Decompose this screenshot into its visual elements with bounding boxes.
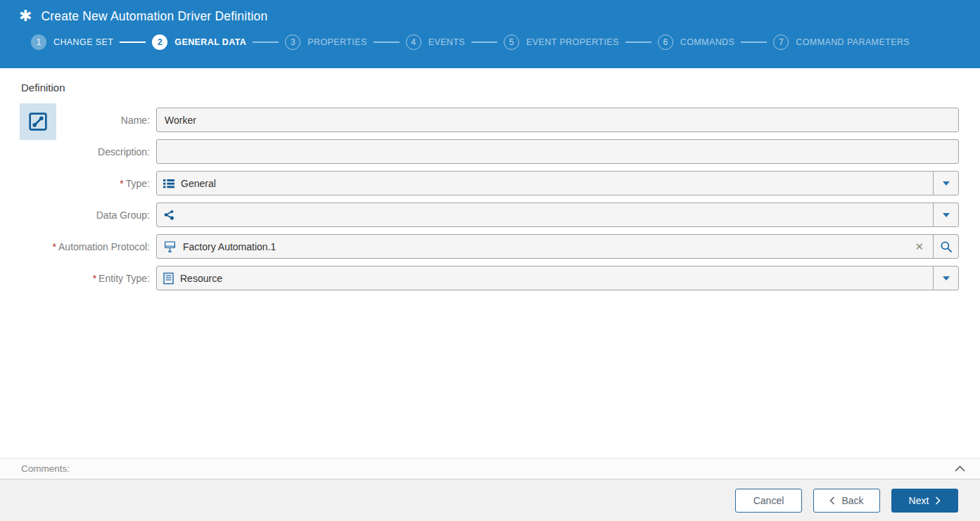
- comments-label: Comments:: [21, 463, 70, 474]
- comments-section: Comments:: [0, 458, 980, 480]
- share-icon: [163, 209, 175, 221]
- step-number: 1: [31, 34, 46, 50]
- chevron-up-icon: [954, 465, 966, 472]
- name-input[interactable]: [157, 108, 958, 131]
- name-label: Name:: [0, 115, 150, 126]
- stepper-step-events[interactable]: 4 EVENTS: [406, 34, 465, 50]
- type-value: General: [181, 178, 216, 189]
- step-number: 4: [406, 34, 421, 50]
- automation-protocol-lookup[interactable]: Factory Automation.1 ✕: [156, 234, 959, 259]
- section-title: Definition: [21, 82, 65, 94]
- cancel-button[interactable]: Cancel: [735, 489, 802, 513]
- stepper-step-change-set[interactable]: 1 CHANGE SET: [31, 34, 113, 50]
- chevron-down-icon: [943, 276, 950, 281]
- title-bar: ✱ Create New Automation Driver Definitio…: [0, 0, 980, 24]
- document-list-icon: [163, 272, 174, 285]
- required-marker: *: [93, 273, 96, 284]
- entity-type-value: Resource: [180, 273, 222, 284]
- chevron-right-icon: [935, 496, 941, 505]
- required-marker: *: [120, 178, 123, 189]
- step-label: EVENTS: [428, 37, 465, 47]
- next-button[interactable]: Next: [891, 489, 958, 513]
- entity-type-field-row: *Entity Type: Resource: [0, 266, 980, 290]
- entity-type-dropdown-button[interactable]: [933, 266, 958, 290]
- description-label: Description:: [0, 146, 150, 157]
- step-number: 7: [773, 34, 789, 50]
- back-button[interactable]: Back: [813, 489, 880, 513]
- search-icon: [940, 240, 953, 253]
- step-label: EVENT PROPERTIES: [526, 37, 619, 47]
- type-dropdown-button[interactable]: [933, 172, 958, 195]
- chevron-down-icon: [943, 213, 950, 217]
- comments-collapse-toggle[interactable]: [954, 465, 966, 472]
- wizard-stepper: 1 CHANGE SET 2 GENERAL DATA 3 PROPERTIES…: [31, 34, 980, 50]
- stepper-step-command-parameters[interactable]: 7 COMMAND PARAMETERS: [773, 34, 910, 50]
- description-input[interactable]: [157, 140, 958, 163]
- step-label: COMMAND PARAMETERS: [796, 37, 910, 47]
- stepper-step-properties[interactable]: 3 PROPERTIES: [285, 34, 367, 50]
- automation-protocol-field-row: *Automation Protocol: Factory Automation…: [0, 234, 980, 259]
- step-number: 2: [152, 34, 167, 50]
- stepper-step-event-properties[interactable]: 5 EVENT PROPERTIES: [504, 34, 619, 50]
- wizard-header: ✱ Create New Automation Driver Definitio…: [0, 0, 980, 68]
- entity-type-dropdown[interactable]: Resource: [156, 266, 959, 290]
- step-number: 5: [504, 34, 519, 50]
- type-dropdown[interactable]: General: [156, 171, 959, 195]
- page-title: Create New Automation Driver Definition: [41, 9, 267, 24]
- clear-icon[interactable]: ✕: [905, 240, 933, 253]
- stepper-step-general-data[interactable]: 2 GENERAL DATA: [152, 34, 246, 50]
- required-marker: *: [53, 241, 56, 252]
- entity-type-label: *Entity Type:: [0, 273, 150, 284]
- data-group-dropdown-button[interactable]: [933, 203, 958, 226]
- step-number: 3: [285, 34, 300, 50]
- description-field-row: Description:: [0, 139, 980, 164]
- automation-protocol-label: *Automation Protocol:: [0, 241, 150, 252]
- stepper-connector: [741, 41, 767, 43]
- name-field-row: Name:: [0, 108, 980, 132]
- step-number: 6: [658, 34, 673, 50]
- data-group-field-row: Data Group:: [0, 202, 980, 227]
- create-new-icon: ✱: [19, 8, 32, 24]
- stepper-connector: [471, 41, 497, 43]
- automation-protocol-search-button[interactable]: [933, 235, 958, 258]
- network-terminal-icon: [163, 240, 177, 253]
- wizard-footer: Cancel Back Next: [0, 480, 980, 521]
- step-label: PROPERTIES: [307, 37, 367, 47]
- step-label: GENERAL DATA: [174, 37, 246, 47]
- chevron-left-icon: [829, 496, 835, 505]
- list-icon: [163, 178, 174, 189]
- stepper-connector: [253, 41, 279, 43]
- automation-protocol-value: Factory Automation.1: [183, 241, 276, 252]
- type-label: *Type:: [0, 178, 150, 189]
- stepper-connector: [120, 41, 146, 43]
- data-group-label: Data Group:: [0, 210, 150, 221]
- step-label: CHANGE SET: [53, 37, 113, 47]
- type-field-row: *Type: General: [0, 171, 980, 195]
- stepper-step-commands[interactable]: 6 COMMANDS: [658, 34, 735, 50]
- stepper-connector: [374, 41, 400, 43]
- definition-form: Definition Name: Description:: [0, 68, 980, 458]
- data-group-dropdown[interactable]: [156, 202, 959, 227]
- chevron-down-icon: [943, 181, 950, 186]
- step-label: COMMANDS: [680, 37, 735, 47]
- stepper-connector: [625, 41, 651, 43]
